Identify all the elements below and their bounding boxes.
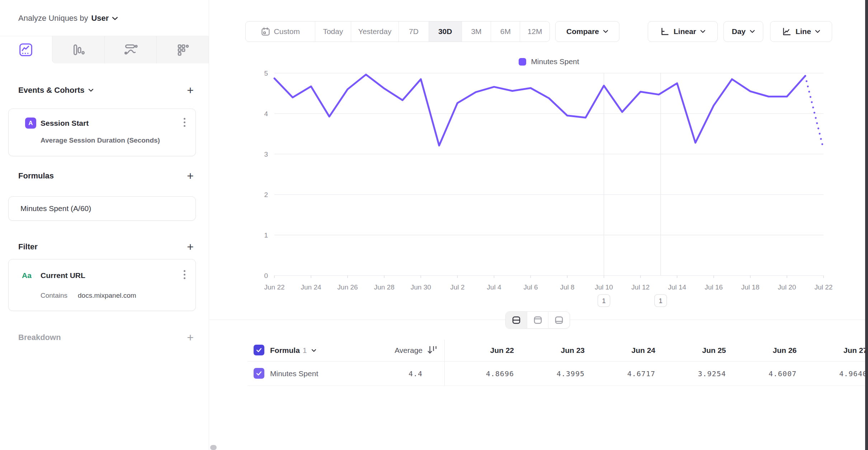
x-axis-tick-label: Jul 20 <box>778 283 796 291</box>
formulas-header: Formulas + <box>18 169 194 182</box>
compare-label: Compare <box>566 27 599 36</box>
formula-expression[interactable]: Minutes Spent (A/60) <box>20 204 91 213</box>
compare-button[interactable]: Compare <box>555 21 619 42</box>
cell-value: 4.6717 <box>594 369 655 378</box>
sort-descending-icon[interactable] <box>427 345 438 356</box>
formula-column-dropdown[interactable]: Formula 1 <box>270 345 316 356</box>
x-axis-tick-label: Jun 26 <box>338 283 358 291</box>
interval-button[interactable]: Day <box>723 21 763 42</box>
horizontal-split-icon <box>511 315 521 325</box>
date-range-label: 6M <box>500 27 511 36</box>
date-range-30d[interactable]: 30D <box>429 21 462 42</box>
chevron-down-icon[interactable] <box>112 16 118 20</box>
analyze-label: Analyze Uniques by <box>18 14 88 23</box>
chart-type-tabs <box>0 36 209 63</box>
event-name[interactable]: Session Start <box>41 119 89 128</box>
x-axis-tick-label: Jul 18 <box>741 283 760 291</box>
filter-card-current-url[interactable]: Aa Current URL Contains docs.mixpanel.co… <box>8 259 196 311</box>
chevron-down-icon <box>311 349 316 352</box>
y-axis-tick-label: 1 <box>264 231 268 239</box>
y-axis-tick-label: 2 <box>264 191 268 198</box>
event-metric[interactable]: Average Session Duration (Seconds) <box>41 137 160 144</box>
event-card-session-start[interactable]: A Session Start Average Session Duration… <box>8 109 196 156</box>
y-axis-tick-label: 4 <box>264 110 268 118</box>
chevron-down-icon <box>700 30 706 33</box>
date-range-7d[interactable]: 7D <box>398 21 429 42</box>
horizontal-scrollbar-thumb[interactable] <box>210 445 217 450</box>
tab-flows[interactable] <box>104 36 157 63</box>
funnels-bars-icon <box>71 43 85 57</box>
kebab-menu-icon[interactable] <box>184 118 185 127</box>
series-row-label: Minutes Spent <box>270 369 318 378</box>
layout-bottom-panel-button[interactable] <box>548 312 570 328</box>
x-axis-tick-label: Jul 22 <box>815 283 833 291</box>
x-axis-tick-label: Jul 6 <box>523 283 538 291</box>
layout-top-panel-button[interactable] <box>527 312 548 328</box>
add-breakdown-button[interactable]: + <box>187 332 194 343</box>
formula-label: Formula <box>270 346 300 355</box>
filter-property[interactable]: Current URL <box>41 271 85 280</box>
date-column-header[interactable]: Jun 23 <box>527 346 585 355</box>
tab-funnels[interactable] <box>52 36 104 63</box>
date-column-header[interactable]: Jun 25 <box>669 346 726 355</box>
date-range-yesterday[interactable]: Yesterday <box>351 21 398 42</box>
breakdown-header: Breakdown + <box>18 331 194 344</box>
column-divider <box>444 340 445 386</box>
date-range-custom[interactable]: Custom <box>246 21 315 42</box>
select-all-checkbox[interactable] <box>254 345 264 355</box>
chart-style-button[interactable]: Line <box>770 21 832 42</box>
date-range-today[interactable]: Today <box>315 21 351 42</box>
cell-value: 4.6007 <box>736 369 797 378</box>
linear-axis-icon <box>660 27 670 37</box>
date-range-label: Today <box>323 27 343 36</box>
kebab-menu-icon[interactable] <box>184 270 185 279</box>
events-cohorts-title: Events & Cohorts <box>18 86 85 95</box>
date-column-header[interactable]: Jun 27 <box>810 346 867 355</box>
scale-label: Linear <box>674 27 696 36</box>
average-column-header[interactable]: Average <box>365 346 423 355</box>
vertical-scrollbar[interactable] <box>865 0 868 450</box>
date-range-3m[interactable]: 3M <box>462 21 491 42</box>
calendar-icon <box>261 27 270 37</box>
date-column-header[interactable]: Jun 22 <box>457 346 514 355</box>
add-event-button[interactable]: + <box>187 85 194 96</box>
x-axis-tick-label: Jun 28 <box>374 283 395 291</box>
add-formula-button[interactable]: + <box>187 170 194 182</box>
x-axis-tick-label: Jul 8 <box>560 283 574 291</box>
chevron-down-icon <box>603 30 608 33</box>
date-range-12m[interactable]: 12M <box>520 21 549 42</box>
table-header-border <box>247 361 868 362</box>
formula-card[interactable]: Minutes Spent (A/60) <box>8 196 196 221</box>
flows-wave-icon <box>123 43 138 57</box>
x-axis-tick-label: Jul 12 <box>631 283 650 291</box>
query-sidebar: Analyze Uniques by User <box>0 0 209 450</box>
chevron-down-icon[interactable] <box>88 88 94 92</box>
row-checkbox[interactable] <box>254 368 264 379</box>
tab-insights[interactable] <box>0 36 52 63</box>
tab-retention[interactable] <box>156 36 209 63</box>
check-icon <box>255 370 263 377</box>
cell-value: 4.8696 <box>453 369 514 378</box>
string-property-icon: Aa <box>22 271 32 280</box>
add-filter-button[interactable]: + <box>187 241 194 253</box>
date-column-header[interactable]: Jun 24 <box>598 346 655 355</box>
date-column-header[interactable]: Jun 26 <box>739 346 797 355</box>
date-range-6m[interactable]: 6M <box>491 21 520 42</box>
chevron-down-icon <box>750 30 755 33</box>
filter-title: Filter <box>18 242 38 252</box>
filter-operator[interactable]: Contains <box>41 292 67 300</box>
series-line[interactable] <box>274 75 805 145</box>
x-axis-tick-label: Jul 10 <box>595 283 613 291</box>
line-chart[interactable]: 01234511Jun 22Jun 24Jun 26Jun 28Jun 30Ju… <box>215 54 846 319</box>
date-range-label: 7D <box>409 27 419 36</box>
average-value: 4.4 <box>362 369 423 378</box>
filter-value[interactable]: docs.mixpanel.com <box>78 292 136 300</box>
date-range-segmented-control: CustomTodayYesterday7D30D3M6M12M <box>245 21 550 42</box>
series-line-incomplete[interactable] <box>805 76 824 149</box>
layout-horizontal-split-button[interactable] <box>506 312 527 328</box>
scale-button[interactable]: Linear <box>648 21 718 42</box>
table-row-border <box>247 386 868 386</box>
analyze-value-dropdown[interactable]: User <box>91 14 109 23</box>
insights-line-chart-icon <box>19 43 33 57</box>
chart-style-label: Line <box>796 27 811 36</box>
